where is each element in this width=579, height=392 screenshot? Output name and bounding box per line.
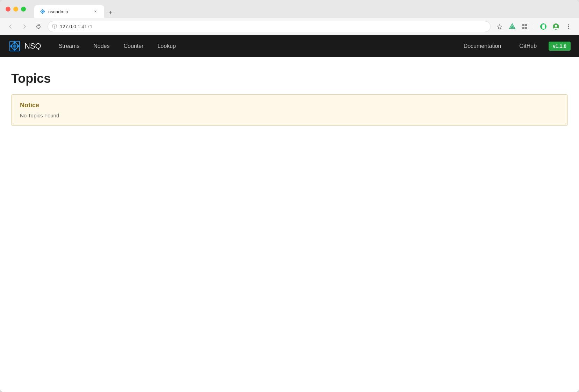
address-bar[interactable]: ⓘ 127.0.0.1:4171 xyxy=(48,21,491,32)
version-badge: v1.1.0 xyxy=(549,42,571,51)
address-port: :4171 xyxy=(80,24,92,29)
svg-point-11 xyxy=(568,26,569,27)
svg-rect-4 xyxy=(525,24,527,26)
toolbar-separator xyxy=(534,23,534,30)
address-host: 127.0.0.1 xyxy=(60,24,80,29)
nav-link-counter[interactable]: Counter xyxy=(117,40,150,52)
svg-point-14 xyxy=(13,44,16,48)
address-info-icon: ⓘ xyxy=(52,23,57,30)
browser-window: nsqadmin × + ⓘ 127.0.0.1:4171 xyxy=(0,0,579,392)
browser-tab-bar: nsqadmin × + xyxy=(34,0,573,18)
notice-message: No Topics Found xyxy=(20,112,559,118)
svg-point-9 xyxy=(555,25,557,27)
svg-point-10 xyxy=(568,24,569,25)
evernote-extension-icon[interactable] xyxy=(538,22,548,31)
address-text: 127.0.0.1:4171 xyxy=(60,24,486,29)
page-title: Topics xyxy=(11,71,568,86)
notice-title: Notice xyxy=(20,102,559,109)
bookmark-button[interactable] xyxy=(495,22,505,31)
nav-link-github[interactable]: GitHub xyxy=(513,40,543,52)
nav-link-streams[interactable]: Streams xyxy=(52,40,86,52)
close-traffic-light[interactable] xyxy=(6,7,10,12)
nsq-logo-icon xyxy=(8,40,21,52)
svg-rect-5 xyxy=(522,27,524,29)
browser-titlebar: nsqadmin × + xyxy=(0,0,579,18)
svg-point-18 xyxy=(11,45,13,47)
new-tab-button[interactable]: + xyxy=(106,8,115,18)
tab-favicon xyxy=(40,9,45,14)
browser-tab[interactable]: nsqadmin × xyxy=(34,5,104,18)
nav-right: Documentation GitHub v1.1.0 xyxy=(457,40,571,52)
app-content: NSQ Streams Nodes Counter Lookup Documen… xyxy=(0,35,579,337)
maximize-traffic-light[interactable] xyxy=(21,7,26,12)
nav-link-lookup[interactable]: Lookup xyxy=(151,40,182,52)
browser-menu-button[interactable] xyxy=(564,22,573,31)
tab-close-button[interactable]: × xyxy=(92,8,99,15)
svg-point-15 xyxy=(14,42,16,44)
nav-link-documentation[interactable]: Documentation xyxy=(457,40,508,52)
back-button[interactable] xyxy=(6,22,15,31)
traffic-lights xyxy=(6,7,26,12)
forward-button[interactable] xyxy=(20,22,29,31)
browser-toolbar: ⓘ 127.0.0.1:4171 xyxy=(0,18,579,35)
svg-rect-6 xyxy=(525,27,527,29)
page-content: Topics Notice No Topics Found xyxy=(0,57,579,337)
nav-link-nodes[interactable]: Nodes xyxy=(87,40,116,52)
tab-title-label: nsqadmin xyxy=(48,9,68,14)
notice-box: Notice No Topics Found xyxy=(11,94,568,126)
reload-button[interactable] xyxy=(34,22,43,31)
svg-point-12 xyxy=(568,28,569,29)
extensions-button[interactable] xyxy=(520,22,530,31)
minimize-traffic-light[interactable] xyxy=(13,7,18,12)
toolbar-actions xyxy=(495,22,573,31)
svg-point-17 xyxy=(14,49,16,50)
nsq-navbar: NSQ Streams Nodes Counter Lookup Documen… xyxy=(0,35,579,57)
nsq-logo[interactable]: NSQ xyxy=(8,40,41,52)
nav-links: Streams Nodes Counter Lookup xyxy=(52,40,457,52)
svg-point-16 xyxy=(17,45,19,47)
vuejs-extension-icon[interactable] xyxy=(507,22,517,31)
profile-button[interactable] xyxy=(551,22,561,31)
svg-rect-3 xyxy=(522,24,524,26)
nsq-logo-text: NSQ xyxy=(24,42,41,51)
